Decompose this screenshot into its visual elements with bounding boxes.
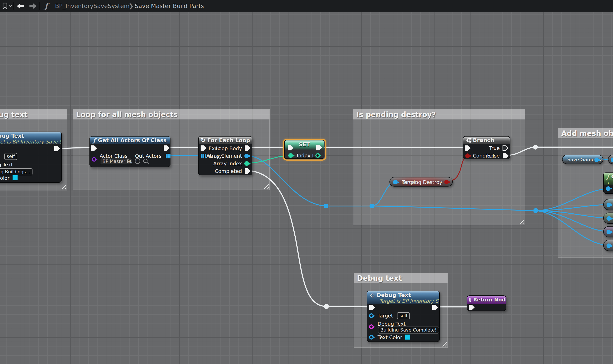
- target-self-value: self: [397, 312, 410, 319]
- wire-object[interactable]: [536, 210, 608, 246]
- node-debug-text-bottom[interactable]: ◇Debug Text Target is BP Inventory Save …: [367, 291, 440, 342]
- branch-icon: [465, 138, 472, 143]
- node-branch[interactable]: Branch Condition True False: [463, 136, 510, 159]
- node-get-save-game-data[interactable]: Save Game Data: [562, 155, 603, 164]
- exec-in-pin[interactable]: [201, 145, 206, 151]
- object-out-pin[interactable]: [594, 157, 599, 162]
- array-element-pin[interactable]: [244, 154, 249, 158]
- use-selected-icon[interactable]: ←: [135, 158, 140, 164]
- color-pin[interactable]: [369, 335, 374, 339]
- array-out-pin[interactable]: [166, 154, 167, 155]
- debug-text-input[interactable]: Building Save Complete!: [378, 326, 439, 334]
- toolbar-divider: [40, 2, 40, 10]
- exec-out-pin[interactable]: [432, 305, 438, 310]
- toolbar-divider: [14, 2, 14, 10]
- target-self-value: self: [4, 153, 17, 160]
- exec-out-pin[interactable]: [164, 145, 170, 151]
- exec-in-pin[interactable]: [91, 145, 97, 151]
- reroute-node[interactable]: [369, 204, 374, 208]
- breadcrumb-current[interactable]: Save Master Build Parts: [135, 0, 204, 12]
- text-color-swatch[interactable]: [12, 175, 18, 181]
- condition-pin[interactable]: [465, 154, 470, 158]
- back-button[interactable]: [16, 0, 24, 12]
- reroute-node[interactable]: [324, 304, 329, 309]
- object-in-pin[interactable]: [607, 216, 611, 221]
- node-return[interactable]: Return Node: [467, 295, 506, 311]
- wire-object[interactable]: [247, 155, 372, 206]
- exec-completed-pin[interactable]: [245, 168, 251, 174]
- exec-out-pin[interactable]: [54, 146, 60, 151]
- function-icon: ƒ: [45, 0, 48, 12]
- forward-button[interactable]: [29, 0, 37, 12]
- object-in-pin[interactable]: [607, 230, 611, 234]
- array-index-pin[interactable]: [244, 161, 249, 166]
- object-in-pin[interactable]: [607, 244, 611, 248]
- reroute-node[interactable]: [533, 208, 538, 213]
- exec-loop-body-pin[interactable]: [245, 145, 251, 151]
- diamond-icon: ◇: [370, 292, 374, 298]
- actor-class-dropdown[interactable]: BP Master Build ⌄: [100, 158, 132, 165]
- debug-text-input[interactable]: Saving Buildings...: [0, 168, 32, 175]
- index-l-out-pin[interactable]: [315, 153, 320, 158]
- graph-toolbar: ƒ BP_InventorySaveSystem ❯ Save Master B…: [0, 0, 613, 12]
- function-icon: ƒ: [93, 137, 95, 144]
- node-green-function[interactable]: ƒG T: [603, 172, 613, 194]
- wire-layer: [0, 0, 613, 364]
- blueprint-editor: ƒ BP_InventorySaveSystem ❯ Save Master B…: [0, 0, 613, 364]
- target-pin[interactable]: [369, 313, 374, 318]
- dropdown-chevron-icon: ⌄: [127, 158, 131, 164]
- node-get-all-actors[interactable]: ƒ Get All Actors Of Class Actor Class BP…: [89, 136, 170, 167]
- node-mini-pill[interactable]: [603, 212, 613, 224]
- bookmark-icon[interactable]: [2, 0, 8, 12]
- graph-canvas[interactable]: Debug text Loop for all mesh objects Is …: [0, 12, 613, 364]
- object-in-pin[interactable]: [611, 157, 613, 162]
- node-set-index-selected[interactable]: SET Index L: [283, 139, 326, 161]
- wire-exec[interactable]: [506, 147, 613, 155]
- bool-out-pin[interactable]: [444, 180, 449, 184]
- array-in-pin[interactable]: [201, 154, 203, 155]
- wire-exec[interactable]: [57, 148, 94, 148]
- node-mini-pill[interactable]: [603, 226, 613, 237]
- loop-icon: ↻: [201, 137, 205, 143]
- text-color-swatch[interactable]: [405, 334, 410, 340]
- exec-true-pin[interactable]: [503, 145, 508, 151]
- node-pending-destroy[interactable]: Target Pending Destroy: [389, 177, 453, 187]
- browse-icon[interactable]: [143, 159, 148, 163]
- reroute-node[interactable]: [324, 204, 328, 208]
- object-in-pin[interactable]: [606, 186, 611, 191]
- wire-object[interactable]: [372, 206, 536, 210]
- string-pin[interactable]: [369, 325, 374, 329]
- exec-in-pin[interactable]: [469, 305, 475, 310]
- node-for-each-loop[interactable]: ↻ For Each Loop Exec Array Loop Body Arr…: [198, 136, 252, 175]
- target-pin[interactable]: [393, 180, 397, 184]
- exec-false-pin[interactable]: [503, 153, 509, 158]
- wire-exec[interactable]: [248, 170, 372, 307]
- node-mini-pill[interactable]: [603, 240, 613, 251]
- return-icon: [469, 298, 471, 302]
- object-in-pin[interactable]: [607, 203, 611, 207]
- node-debug-text-left[interactable]: Debug Text Target is BP Inventory Save S…: [0, 131, 62, 183]
- exec-in-pin[interactable]: [465, 145, 471, 151]
- bookmark-dropdown-chevron-icon[interactable]: [9, 0, 12, 12]
- class-pin[interactable]: [92, 157, 96, 162]
- reroute-node[interactable]: [533, 145, 538, 150]
- function-icon: ƒ: [607, 174, 609, 180]
- breadcrumb-chevron-icon: ❯: [129, 0, 134, 12]
- exec-in-pin[interactable]: [369, 305, 375, 310]
- wire-object[interactable]: [536, 189, 608, 210]
- breadcrumb-root[interactable]: BP_InventorySaveSystem: [55, 0, 130, 12]
- node-mini-pill[interactable]: [603, 199, 613, 210]
- index-l-in-pin[interactable]: [288, 153, 293, 158]
